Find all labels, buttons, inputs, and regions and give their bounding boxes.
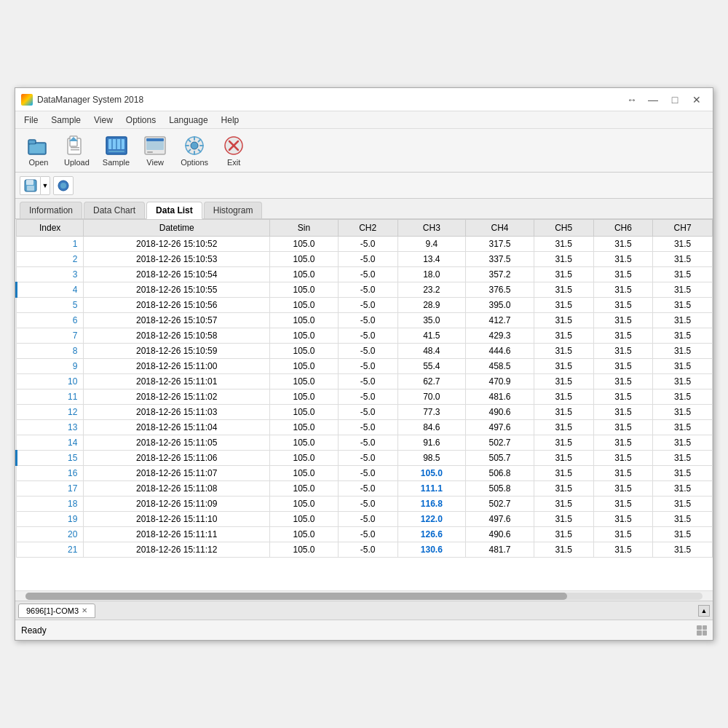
cell-ch6: 31.5 <box>593 389 653 405</box>
exit-icon <box>222 134 245 157</box>
cell-index: 9 <box>17 359 84 374</box>
record-button[interactable] <box>53 176 74 195</box>
cell-ch5: 31.5 <box>534 328 593 344</box>
cell-ch5: 31.5 <box>534 252 593 267</box>
cell-datetime: 2018-12-26 15:11:09 <box>84 496 270 512</box>
view-button[interactable]: View <box>138 132 173 169</box>
cell-ch7: 31.5 <box>653 344 713 359</box>
cell-ch5: 31.5 <box>534 496 593 512</box>
cell-sin: 105.0 <box>270 481 339 496</box>
options-button[interactable]: Options <box>175 132 213 169</box>
cell-ch2: -5.0 <box>338 328 397 344</box>
save-dropdown-button[interactable]: ▼ <box>40 176 50 195</box>
menu-sample[interactable]: Sample <box>45 114 87 127</box>
cell-ch4: 395.0 <box>466 298 534 313</box>
menu-help[interactable]: Help <box>215 114 245 127</box>
save-button[interactable] <box>20 176 40 195</box>
sample-button[interactable]: Sample <box>98 132 135 169</box>
bottom-tab-close-button[interactable]: ✕ <box>82 606 87 614</box>
cell-ch7: 31.5 <box>653 237 713 252</box>
sample-icon <box>105 134 128 157</box>
window-controls: — □ ✕ <box>643 92 707 108</box>
cell-index: 2 <box>17 252 84 267</box>
cell-index: 4 <box>17 282 84 298</box>
svg-rect-32 <box>26 180 33 185</box>
close-button[interactable]: ✕ <box>687 92 707 108</box>
cell-ch6: 31.5 <box>593 282 653 298</box>
maximize-button[interactable]: □ <box>665 92 685 108</box>
cell-ch4: 505.8 <box>466 481 534 496</box>
tab-data-chart[interactable]: Data Chart <box>84 202 145 218</box>
cell-ch5: 31.5 <box>534 298 593 313</box>
cell-ch7: 31.5 <box>653 496 713 512</box>
cell-ch2: -5.0 <box>338 282 397 298</box>
cell-ch5: 31.5 <box>534 374 593 389</box>
cell-index: 17 <box>17 481 84 496</box>
cell-sin: 105.0 <box>270 328 339 344</box>
open-label: Open <box>29 158 49 167</box>
main-window: DataManager System 2018 ↔ — □ ✕ File Sam… <box>15 87 713 641</box>
cell-ch3: 116.8 <box>397 496 466 512</box>
table-row: 72018-12-26 15:10:58105.0-5.041.5429.331… <box>17 328 713 344</box>
cell-sin: 105.0 <box>270 405 339 420</box>
cell-ch3: 13.4 <box>397 252 466 267</box>
cell-sin: 105.0 <box>270 374 339 389</box>
cell-ch4: 458.5 <box>466 359 534 374</box>
cell-ch7: 31.5 <box>653 313 713 328</box>
cell-ch5: 31.5 <box>534 267 593 282</box>
cell-ch7: 31.5 <box>653 282 713 298</box>
cell-index: 3 <box>17 267 84 282</box>
cell-ch4: 429.3 <box>466 328 534 344</box>
table-row: 22018-12-26 15:10:53105.0-5.013.4337.531… <box>17 252 713 267</box>
horizontal-scrollbar[interactable] <box>15 590 713 601</box>
bottom-tab-com3[interactable]: 9696[1]-COM3 ✕ <box>18 604 95 618</box>
cell-index: 5 <box>17 298 84 313</box>
cell-index: 10 <box>17 374 84 389</box>
minimize-button[interactable]: — <box>643 92 663 108</box>
cell-ch3: 48.4 <box>397 344 466 359</box>
cell-sin: 105.0 <box>270 359 339 374</box>
cell-sin: 105.0 <box>270 267 339 282</box>
cell-index: 20 <box>17 527 84 542</box>
menu-view[interactable]: View <box>88 114 119 127</box>
open-button[interactable]: Open <box>21 132 56 169</box>
exit-button[interactable]: Exit <box>216 132 251 169</box>
title-bar-left: DataManager System 2018 <box>21 94 143 106</box>
cell-ch3: 84.6 <box>397 420 466 435</box>
cell-ch2: -5.0 <box>338 344 397 359</box>
table-row: 92018-12-26 15:11:00105.0-5.055.4458.531… <box>17 359 713 374</box>
tab-scroll-up-button[interactable]: ▲ <box>698 605 710 617</box>
cell-datetime: 2018-12-26 15:10:57 <box>84 313 270 328</box>
cell-ch4: 337.5 <box>466 252 534 267</box>
table-row: 142018-12-26 15:11:05105.0-5.091.6502.73… <box>17 435 713 451</box>
cell-ch7: 31.5 <box>653 359 713 374</box>
data-table-container[interactable]: Index Datetime Sin CH2 CH3 CH4 CH5 CH6 C… <box>15 219 713 590</box>
tab-histogram[interactable]: Histogram <box>204 202 263 218</box>
cell-datetime: 2018-12-26 15:11:04 <box>84 420 270 435</box>
table-row: 202018-12-26 15:11:11105.0-5.0126.6490.6… <box>17 527 713 542</box>
menu-file[interactable]: File <box>18 114 44 127</box>
cell-datetime: 2018-12-26 15:11:11 <box>84 527 270 542</box>
tab-data-list[interactable]: Data List <box>146 202 202 219</box>
upload-button[interactable]: Upload <box>59 132 95 169</box>
cell-ch2: -5.0 <box>338 267 397 282</box>
cell-index: 6 <box>17 313 84 328</box>
cell-ch6: 31.5 <box>593 527 653 542</box>
svg-rect-2 <box>30 144 44 153</box>
cell-ch6: 31.5 <box>593 481 653 496</box>
table-row: 62018-12-26 15:10:57105.0-5.035.0412.731… <box>17 313 713 328</box>
resize-handle[interactable] <box>697 625 707 636</box>
cell-datetime: 2018-12-26 15:11:07 <box>84 466 270 481</box>
tab-information[interactable]: Information <box>20 202 82 218</box>
cell-index: 19 <box>17 512 84 527</box>
cell-ch2: -5.0 <box>338 527 397 542</box>
bottom-tab-label: 9696[1]-COM3 <box>26 606 79 615</box>
cell-sin: 105.0 <box>270 420 339 435</box>
open-icon <box>27 134 50 157</box>
cell-datetime: 2018-12-26 15:10:56 <box>84 298 270 313</box>
cell-ch6: 31.5 <box>593 267 653 282</box>
svg-point-19 <box>191 142 198 149</box>
menu-options[interactable]: Options <box>120 114 162 127</box>
menu-language[interactable]: Language <box>163 114 213 127</box>
upload-label: Upload <box>64 158 90 167</box>
